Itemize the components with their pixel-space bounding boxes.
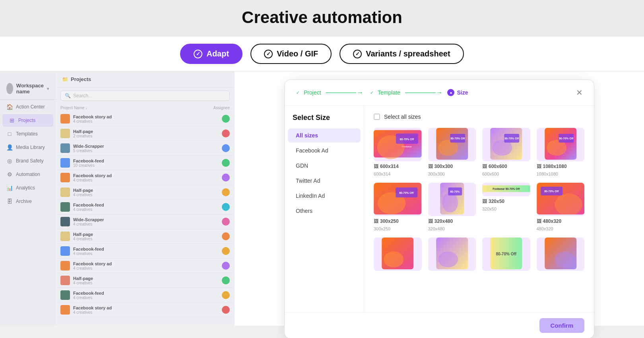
list-item[interactable]: Facebook-feed10 creatives: [56, 156, 235, 170]
step-project-check-icon: ✓: [294, 89, 301, 96]
size-label: 300x250: [380, 218, 399, 224]
size-thumb-svg: [428, 238, 476, 269]
list-item[interactable]: Half-page4 creatives: [56, 229, 235, 244]
project-sub: 4 creatives: [73, 251, 219, 256]
size-thumb: 80-70% Off: [482, 128, 530, 161]
size-label-row: 🖼 1080x1080: [537, 164, 585, 169]
list-item[interactable]: Facebook-feed4 creatives: [56, 288, 235, 303]
size-sub-label: 300x250: [374, 226, 422, 231]
project-sub: 2 creatives: [73, 134, 219, 138]
image-icon: 🖼: [482, 199, 487, 204]
size-sub-label: 600x314: [374, 172, 422, 176]
confirm-button[interactable]: Confirm: [539, 318, 585, 333]
size-card-300x250[interactable]: 80-70% Off 🖼 300x250 300x250: [374, 183, 422, 231]
list-item[interactable]: Wide-Scrapper4 creatives: [56, 214, 235, 229]
size-card-600x600[interactable]: 80-70% Off 🖼 600x600 600x600: [482, 128, 530, 176]
size-thumb: 80-70% Off: [537, 183, 585, 216]
list-item[interactable]: Wide-Scrapper5 creatives: [56, 141, 235, 156]
project-name: Half-page: [73, 276, 219, 281]
size-card-300x300[interactable]: 80-70% Off 🖼 300x300 300x300: [428, 128, 476, 176]
tab-adapt[interactable]: ✓ Adapt: [180, 44, 242, 64]
project-sub: 4 creatives: [73, 310, 219, 315]
size-card-480x320[interactable]: 80-70% Off 🖼 480x320 480x320: [537, 183, 585, 231]
size-card-320x480[interactable]: 80-70% 🖼 320x480 320x480: [428, 183, 476, 231]
tab-variants-spreadsheet[interactable]: ✓ Variants / spreadsheet: [339, 44, 464, 64]
size-card-320x50[interactable]: Footwear 80-70% Off 🖼 320x50 320x50: [482, 183, 530, 231]
size-thumb: 80-70% Off: [374, 183, 422, 216]
size-filter-linkedin-ad[interactable]: LinkedIn Ad: [288, 189, 361, 203]
size-grid-row-2: 80-70% Off 🖼 300x250 300x250: [374, 183, 584, 231]
sidebar-item-automation[interactable]: ⚙ Automation: [0, 168, 56, 181]
sidebar-item-archive[interactable]: 🗄 Archive: [0, 195, 56, 208]
size-card-bottom-4[interactable]: [537, 238, 585, 271]
col-project-name: Project Name ↓: [60, 106, 87, 110]
svg-point-22: [442, 193, 458, 212]
size-filter-gdn[interactable]: GDN: [288, 158, 361, 173]
size-label: 600x314: [380, 164, 399, 169]
svg-text:Footwear 80-70% Off: Footwear 80-70% Off: [493, 187, 520, 190]
list-item[interactable]: Facebook story ad4 creatives: [56, 303, 235, 317]
list-item[interactable]: Facebook story ad4 creatives: [56, 259, 235, 273]
project-sub: 4 creatives: [73, 237, 219, 241]
search-bar[interactable]: 🔍 Search...: [60, 91, 230, 101]
size-card-bottom-2[interactable]: [428, 238, 476, 271]
size-thumb: 80-70% Off Footwear: [374, 128, 422, 161]
size-card-bottom-3[interactable]: 80-70% Off: [482, 238, 530, 271]
project-color-icon: [60, 276, 70, 285]
step-size: ● Size: [447, 89, 468, 96]
sidebar-item-media-library[interactable]: 👤 Media Library: [0, 141, 56, 154]
size-sub-label: 1080x1080: [537, 172, 585, 176]
tab-adapt-label: Adapt: [206, 49, 229, 58]
project-color-icon: [60, 261, 70, 270]
size-filter-sidebar: Select Size All sizes Facebook Ad GDN Tw…: [285, 106, 364, 312]
size-thumb-svg: 80-70% Off: [428, 128, 476, 160]
size-filter-twitter-ad[interactable]: Twitter Ad: [288, 174, 361, 188]
page-title: Creative automation: [0, 8, 644, 27]
folder-icon: 📁: [62, 76, 68, 82]
size-thumb: 80-70% Off: [537, 128, 585, 161]
sidebar-item-projects[interactable]: ⊞ Projects: [2, 114, 53, 127]
list-item[interactable]: Half-page2 creatives: [56, 126, 235, 141]
sidebar-item-action-center[interactable]: 🏠 Action Center: [0, 100, 56, 113]
sidebar-item-analytics[interactable]: 📊 Analytics: [0, 182, 56, 194]
projects-panel: 📁 Projects 🔍 Search... Project Name ↓ As…: [56, 71, 235, 326]
step-template: ✓ Template: [368, 89, 400, 96]
project-color-icon: [60, 290, 70, 300]
project-color-icon: [60, 114, 70, 124]
sidebar-item-templates[interactable]: □ Templates: [0, 127, 56, 140]
list-item[interactable]: Facebook-feed4 creatives: [56, 244, 235, 259]
svg-text:80-70% Off: 80-70% Off: [544, 190, 559, 193]
image-icon: 🖼: [374, 218, 378, 224]
list-item[interactable]: Facebook story ad4 creatives: [56, 170, 235, 185]
project-color-icon: [60, 143, 70, 153]
sidebar-item-brand-safety[interactable]: ◎ Brand Safety: [0, 155, 56, 167]
project-name: Wide-Scrapper: [73, 217, 219, 222]
size-filter-label: Others: [296, 208, 312, 214]
list-item[interactable]: Half-page4 creatives: [56, 273, 235, 288]
list-item[interactable]: Facebook story ad 4 creatives: [56, 112, 235, 126]
size-card-600x314[interactable]: 80-70% Off Footwear 🖼 600x314 600x314: [374, 128, 422, 176]
project-color-icon: [60, 129, 70, 138]
size-filter-others[interactable]: Others: [288, 204, 361, 218]
select-all-checkbox[interactable]: [374, 114, 380, 120]
project-color-icon: [60, 158, 70, 168]
project-avatar: [222, 276, 230, 284]
project-avatar: [222, 306, 230, 314]
size-sub-label: 480x320: [537, 226, 585, 231]
select-all-label: Select all sizes: [384, 114, 421, 120]
size-label-row: 🖼 300x300: [428, 164, 476, 169]
chevron-down-icon: ▾: [47, 86, 49, 91]
size-filter-all-sizes[interactable]: All sizes: [288, 128, 361, 143]
size-card-bottom-1[interactable]: [374, 238, 422, 271]
list-item[interactable]: Facebook-feed4 creatives: [56, 200, 235, 214]
video-check-icon: ✓: [264, 50, 273, 58]
size-card-1080x1080[interactable]: 80-70% Off 🖼 1080x1080 1080x1080: [537, 128, 585, 176]
svg-text:80-70% Off: 80-70% Off: [399, 191, 414, 194]
close-button[interactable]: ✕: [574, 86, 584, 99]
list-item[interactable]: Half-page4 creatives: [56, 185, 235, 200]
project-name: Facebook-feed: [73, 291, 219, 296]
size-thumb: [428, 238, 476, 271]
size-filter-facebook-ad[interactable]: Facebook Ad: [288, 143, 361, 158]
tab-video-gif[interactable]: ✓ Video / GIF: [250, 44, 332, 64]
size-thumb-svg: 80-70% Off: [537, 183, 585, 214]
